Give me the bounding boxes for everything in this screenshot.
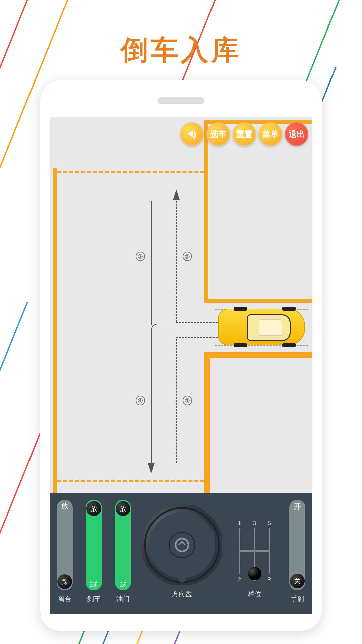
clutch-knob[interactable]: 踩: [57, 574, 72, 589]
brake-knob[interactable]: 放: [86, 501, 101, 516]
car-wheel: [234, 307, 247, 311]
handbrake-label: 手刹: [291, 594, 304, 603]
gear-shifter-icon: 1 3 5 2 4 R: [231, 518, 278, 585]
clutch-pedal[interactable]: 放 踩 离合: [55, 500, 75, 603]
boundary-top: [57, 171, 204, 173]
path-line-2: [176, 198, 177, 322]
path-marker-2: ②: [183, 252, 192, 261]
gear-pos-3: 3: [253, 520, 256, 526]
car-body: [218, 309, 305, 345]
phone-speaker: [158, 97, 204, 104]
throttle-press-label: 踩: [119, 579, 127, 589]
gear-pos-r: R: [267, 577, 272, 582]
page-title: 倒车入库: [0, 32, 362, 69]
control-panel: 放 踩 离合 放 踩 刹车 放 踩 油门: [50, 493, 312, 614]
parking-wall: [204, 120, 208, 301]
car-wheel: [282, 307, 296, 311]
parking-wall: [204, 299, 312, 303]
car-wheel: [282, 343, 296, 347]
path-marker-1: ①: [183, 396, 192, 405]
gear-pos-2: 2: [238, 577, 241, 582]
sound-button[interactable]: [180, 122, 204, 146]
boundary-left: [53, 168, 57, 493]
gear-label: 档位: [248, 589, 261, 598]
throttle-knob[interactable]: 放: [116, 501, 130, 516]
car-wheel: [234, 343, 247, 347]
brake-label: 刹车: [87, 594, 101, 603]
throttle-pedal[interactable]: 放 踩 油门: [113, 500, 133, 603]
path-marker-3: ③: [136, 252, 145, 261]
path-line-1: [176, 339, 177, 463]
exit-button[interactable]: 退出: [285, 122, 308, 146]
gear-pos-5: 5: [268, 520, 271, 526]
path-line-3: [151, 201, 152, 325]
driving-field: ② ③ ① ④: [50, 117, 312, 493]
bg-decor-line: [0, 0, 42, 644]
steering-wheel[interactable]: 方向盘: [142, 500, 222, 598]
svg-point-8: [248, 567, 261, 580]
reset-button[interactable]: 重置: [233, 122, 256, 146]
steering-wheel-icon: [142, 505, 222, 585]
menu-button[interactable]: 菜单: [259, 122, 282, 146]
svg-point-2: [169, 532, 195, 558]
handbrake[interactable]: 开 关 手刹: [287, 500, 307, 603]
phone-frame: ② ③ ① ④: [40, 80, 322, 631]
arrow-down-icon: [148, 463, 155, 473]
parking-wall: [204, 352, 312, 358]
car-roof: [259, 319, 282, 336]
brake-pedal[interactable]: 放 踩 刹车: [84, 500, 104, 603]
clutch-label: 离合: [58, 594, 71, 603]
phone-screen: ② ③ ① ④: [50, 117, 312, 614]
arrow-up-icon: [173, 190, 180, 200]
select-car-button[interactable]: 选车: [206, 122, 230, 146]
path-marker-4: ④: [136, 396, 145, 405]
clutch-release-label: 放: [61, 501, 68, 511]
throttle-label: 油门: [116, 594, 130, 603]
boundary-bottom: [57, 480, 204, 482]
gear-pos-1: 1: [238, 520, 241, 526]
steering-label: 方向盘: [172, 589, 192, 598]
gear-shifter[interactable]: 1 3 5 2 4 R 档位: [231, 500, 278, 598]
path-line-4: [151, 332, 152, 466]
handbrake-open-label: 开: [294, 502, 301, 512]
parking-wall: [204, 352, 210, 493]
top-button-row: 选车 重置 菜单 退出: [180, 122, 308, 146]
brake-press-label: 踩: [90, 579, 98, 589]
handbrake-knob[interactable]: 关: [290, 574, 305, 588]
speaker-icon: [188, 129, 196, 140]
car[interactable]: [218, 309, 305, 345]
